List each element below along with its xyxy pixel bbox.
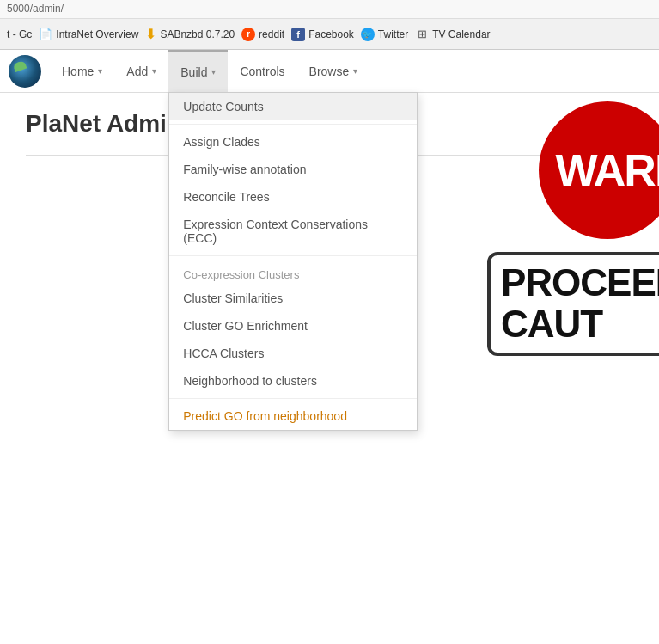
navbar: Home ▾ Add ▾ Build ▾ Update Counts Assig…	[0, 50, 659, 93]
reddit-icon: r	[241, 28, 255, 41]
intranet-item[interactable]: 📄 IntraNet Overview	[39, 28, 138, 40]
facebook-item[interactable]: f Facebook	[291, 28, 354, 41]
nav-browse[interactable]: Browse ▾	[297, 50, 370, 92]
home-caret: ▾	[98, 66, 102, 76]
sabnzbd-label: SABnzbd 0.7.20	[160, 28, 235, 40]
proceed-line1: PROCEED	[501, 262, 659, 304]
add-caret: ▾	[152, 66, 156, 76]
menu-assign-clades[interactable]: Assign Clades	[169, 128, 417, 156]
divider-3	[169, 398, 417, 399]
intranet-label: IntraNet Overview	[56, 28, 138, 40]
nav-logo[interactable]	[9, 50, 41, 92]
divider-2	[169, 255, 417, 256]
nav-controls[interactable]: Controls	[228, 50, 296, 92]
url-bar: 5000/admin/	[0, 0, 659, 19]
build-label: Build	[180, 65, 207, 79]
menu-cluster-sim[interactable]: Cluster Similarities	[169, 285, 417, 312]
browse-caret: ▾	[353, 66, 357, 76]
home-label: Home	[62, 64, 94, 78]
menu-predict-go[interactable]: Predict GO from neighborhood	[169, 402, 417, 430]
menu-hcca[interactable]: HCCA Clusters	[169, 340, 417, 367]
menu-neighborhood-clusters[interactable]: Neighborhood to clusters	[169, 367, 417, 395]
build-dropdown-menu: Update Counts Assign Clades Family-wise …	[168, 92, 418, 431]
proceed-line2: CAUT	[501, 304, 659, 345]
back-page-item[interactable]: t - Gc	[7, 28, 32, 40]
divider-1	[169, 124, 417, 125]
twitter-label: Twitter	[378, 28, 408, 40]
facebook-label: Facebook	[308, 28, 354, 40]
add-label: Add	[126, 64, 148, 78]
menu-reconcile-trees[interactable]: Reconcile Trees	[169, 183, 417, 211]
reddit-label: reddit	[259, 28, 284, 40]
menu-cluster-go[interactable]: Cluster GO Enrichment	[169, 312, 417, 340]
controls-label: Controls	[240, 64, 284, 78]
warning-sign: WARN	[539, 101, 659, 239]
reddit-item[interactable]: r reddit	[241, 28, 284, 41]
logo-image	[9, 55, 41, 88]
twitter-item[interactable]: 🐦 Twitter	[361, 28, 408, 41]
coexpression-section-label: Co-expression Clusters	[169, 260, 417, 285]
menu-ecc[interactable]: Expression Context Conservations (ECC)	[169, 211, 417, 252]
sabnzbd-icon: ⬇	[145, 26, 156, 42]
proceed-box: PROCEED CAUT	[487, 252, 659, 356]
sabnzbd-item[interactable]: ⬇ SABnzbd 0.7.20	[145, 26, 235, 42]
warning-circle: WARN	[539, 101, 659, 239]
warning-circle-text: WARN	[539, 144, 659, 196]
tvcal-item[interactable]: ⊞ TV Calendar	[415, 28, 490, 41]
url-text: 5000/admin/	[7, 3, 64, 15]
back-page-label: t - Gc	[7, 28, 32, 40]
twitter-icon: 🐦	[361, 28, 375, 41]
menu-update-counts[interactable]: Update Counts	[169, 93, 417, 120]
doc-icon: 📄	[39, 28, 52, 40]
tvcal-icon: ⊞	[415, 28, 429, 41]
menu-family-annotation[interactable]: Family-wise annotation	[169, 156, 417, 183]
browse-label: Browse	[309, 64, 350, 78]
warning-container: WARN PROCEED CAUT	[487, 93, 659, 394]
nav-add[interactable]: Add ▾	[114, 50, 168, 92]
browser-bar: t - Gc 📄 IntraNet Overview ⬇ SABnzbd 0.7…	[0, 19, 659, 50]
nav-home[interactable]: Home ▾	[50, 50, 114, 92]
tvcal-label: TV Calendar	[432, 28, 490, 40]
facebook-icon: f	[291, 28, 305, 41]
nav-build[interactable]: Build ▾ Update Counts Assign Clades Fami…	[168, 50, 228, 92]
build-caret: ▾	[211, 67, 216, 77]
